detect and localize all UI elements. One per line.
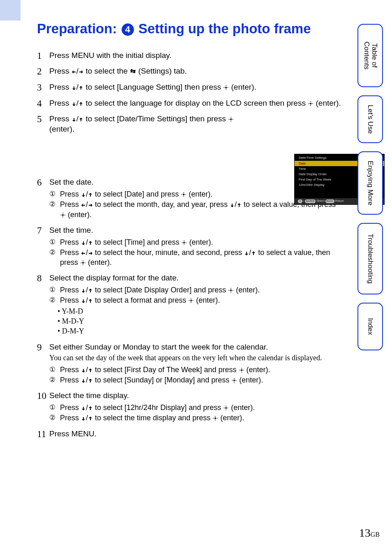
svg-point-10 — [82, 262, 84, 264]
up-arrow-icon — [78, 117, 83, 122]
page-number: 13GB — [359, 526, 380, 540]
step-8-sub-2: ② Press / to select a format and press (… — [49, 295, 341, 305]
up-arrow-icon — [78, 86, 83, 90]
steps-list: 1 Press MENU with the initial display. 2… — [37, 51, 341, 439]
svg-point-5 — [310, 103, 311, 104]
tab-enjoying-more[interactable]: Enjoying More — [357, 151, 383, 215]
up-arrow-icon — [88, 299, 93, 303]
step-1: 1 Press MENU with the initial display. — [37, 51, 341, 61]
step-9-sub-1: ① Press / to select [First Day of The We… — [49, 365, 341, 375]
svg-point-16 — [214, 417, 216, 419]
step-9: 9 Set either Sunday or Monday to start t… — [37, 342, 341, 385]
step-10: 10 Select the time display. ① Press / to… — [37, 391, 341, 423]
enter-icon — [188, 298, 194, 303]
enter-icon — [181, 240, 187, 246]
svg-point-13 — [241, 369, 242, 371]
svg-point-4 — [225, 87, 227, 88]
up-arrow-icon — [88, 241, 93, 246]
down-arrow-icon — [244, 251, 249, 256]
left-arrow-icon — [81, 251, 86, 256]
step-4: 4 Press / to select the language for dis… — [37, 98, 341, 109]
svg-rect-1 — [130, 72, 136, 72]
right-arrow-icon — [88, 251, 93, 256]
down-arrow-icon — [81, 192, 86, 197]
right-arrow-icon — [88, 203, 93, 208]
svg-point-14 — [233, 380, 235, 381]
enter-icon — [60, 212, 66, 218]
side-tabs: Table ofContents Let's Use Enjoying More… — [357, 24, 383, 359]
down-arrow-icon — [81, 299, 86, 303]
step-10-sub-1: ① Press / to select [12hr/24hr Display] … — [49, 403, 341, 412]
left-arrow-icon — [81, 203, 86, 208]
step-7-sub-2: ② Press / to select the hour, minute, an… — [49, 248, 341, 268]
right-arrow-icon — [78, 70, 83, 74]
up-arrow-icon — [88, 288, 93, 293]
svg-point-11 — [230, 290, 232, 291]
down-arrow-icon — [81, 241, 86, 246]
svg-point-15 — [225, 407, 227, 409]
svg-point-12 — [190, 300, 192, 301]
format-option-dmy: D-M-Y — [58, 326, 341, 336]
down-arrow-icon — [81, 288, 86, 293]
step-8-sub-1: ① Press / to select [Date Display Order]… — [49, 285, 341, 295]
enter-icon — [308, 101, 314, 107]
enter-icon — [223, 405, 229, 411]
tab-troubleshooting[interactable]: Troubleshooting — [357, 223, 383, 294]
enter-icon — [181, 192, 187, 197]
enter-icon — [231, 378, 237, 383]
svg-rect-2 — [131, 69, 132, 72]
format-option-mdy: M-D-Y — [58, 316, 341, 326]
tab-index[interactable]: Index — [357, 303, 383, 350]
down-arrow-icon — [81, 406, 86, 411]
enter-icon — [80, 260, 86, 266]
main-content: Preparation: 4 Setting up the photo fram… — [37, 20, 341, 445]
down-arrow-icon — [81, 378, 86, 383]
svg-point-9 — [183, 242, 185, 243]
enter-icon — [228, 287, 234, 293]
step-7-sub-1: ① Press / to select [Time] and press (en… — [49, 237, 341, 247]
up-arrow-icon — [88, 378, 93, 383]
step-10-sub-2: ② Press / to select the time display and… — [49, 413, 341, 423]
svg-rect-0 — [130, 70, 136, 71]
page-title: Preparation: 4 Setting up the photo fram… — [37, 20, 341, 38]
step-9-note: You can set the day of the week that app… — [49, 353, 341, 363]
step-9-sub-2: ② Press / to select [Sunday] or [Monday]… — [49, 375, 341, 385]
left-arrow-icon — [71, 70, 76, 74]
svg-point-8 — [62, 214, 64, 216]
page-corner-accent — [0, 0, 21, 21]
enter-icon — [223, 85, 229, 90]
step-7: 7 Set the time. ① Press / to select [Tim… — [37, 225, 341, 268]
tab-table-of-contents[interactable]: Table ofContents — [357, 24, 383, 87]
down-arrow-icon — [81, 416, 86, 421]
settings-icon — [130, 69, 136, 74]
down-arrow-icon — [71, 117, 76, 122]
up-arrow-icon — [251, 251, 256, 256]
enter-icon — [228, 116, 234, 122]
svg-rect-3 — [134, 71, 135, 73]
down-arrow-icon — [71, 102, 76, 107]
down-arrow-icon — [230, 203, 235, 208]
tab-lets-use[interactable]: Let's Use — [357, 95, 383, 143]
svg-point-7 — [183, 194, 184, 195]
svg-point-6 — [230, 118, 232, 120]
step-11: 11 Press MENU. — [37, 429, 341, 439]
up-arrow-icon — [88, 406, 93, 411]
up-arrow-icon — [88, 192, 93, 197]
down-arrow-icon — [71, 86, 76, 90]
up-arrow-icon — [88, 416, 93, 421]
step-8: 8 Select the display format for the date… — [37, 273, 341, 336]
enter-icon — [212, 415, 218, 421]
format-option-ymd: Y-M-D — [58, 306, 341, 316]
step-badge-4: 4 — [122, 23, 134, 36]
down-arrow-icon — [81, 368, 86, 373]
step-3: 3 Press / to select [Language Setting] t… — [37, 82, 341, 93]
up-arrow-icon — [78, 102, 83, 107]
enter-icon — [239, 367, 244, 373]
step-2: 2 Press / to select the (Settings) tab. — [37, 66, 341, 76]
up-arrow-icon — [88, 368, 93, 373]
up-arrow-icon — [237, 203, 242, 208]
